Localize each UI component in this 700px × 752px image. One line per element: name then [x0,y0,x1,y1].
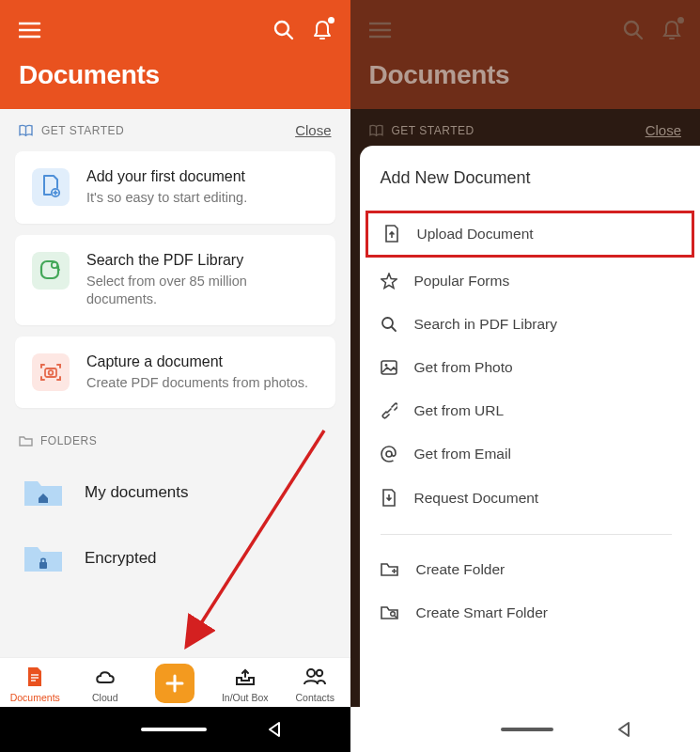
sheet-title: Add New Document [360,168,701,209]
nav-contacts[interactable]: Contacts [285,665,345,703]
svg-point-33 [384,364,387,367]
screen-add-new-document: Documents GET STARTED Close Add New Docu… [350,0,701,752]
cloud-icon [93,665,117,689]
folder-my-documents[interactable]: My documents [0,461,350,526]
sheet-item-label: Create Folder [416,561,506,578]
svg-point-22 [317,669,322,675]
sheet-item-label: Get from Email [414,446,511,462]
link-icon [381,402,397,419]
home-handle[interactable] [141,728,207,731]
card-search-library[interactable]: Search the PDF Library Select from over … [15,235,335,325]
nav-label: Documents [10,692,60,703]
sheet-item-label: Get from URL [414,402,505,419]
card-add-document[interactable]: Add your first document It's so easy to … [15,151,335,224]
smart-folder-icon [381,605,399,620]
get-started-label: GET STARTED [392,124,474,137]
folders-label: FOLDERS [40,434,97,447]
get-started-header: GET STARTED Close [0,109,350,151]
card-title: Add your first document [86,168,247,185]
screen-documents: Documents GET STARTED Close Add your fir… [0,0,350,752]
card-title: Search the PDF Library [86,252,319,269]
page-title-dimmed: Documents [369,60,682,90]
sheet-item-label: Create Smart Folder [416,604,548,621]
sheet-get-from-photo[interactable]: Get from Photo [360,346,701,389]
folder-outline-icon [19,435,33,447]
bell-icon [662,20,681,40]
card-subtitle: Create PDF documents from photos. [86,374,308,392]
contacts-icon [303,665,327,689]
card-title: Capture a document [86,353,308,370]
search-icon[interactable] [273,20,294,40]
sheet-create-smart-folder[interactable]: Create Smart Folder [360,591,701,634]
close-link[interactable]: Close [295,122,331,138]
svg-point-30 [382,318,393,328]
svg-point-21 [307,669,315,677]
star-icon [381,273,397,290]
menu-icon [369,22,392,39]
menu-icon[interactable] [19,22,41,39]
add-document-sheet: Add New Document Upload Document Popular… [360,146,701,752]
sheet-search-library[interactable]: Search in PDF Library [360,303,701,346]
upload-document-icon [383,225,400,243]
sheet-request-document[interactable]: Request Document [360,476,701,521]
nav-cloud[interactable]: Cloud [75,665,135,703]
search-library-icon [32,252,70,290]
nav-label: In/Out Box [222,692,269,703]
home-handle[interactable] [501,728,553,731]
system-nav-bar [350,707,701,752]
sheet-popular-forms[interactable]: Popular Forms [360,259,701,303]
svg-line-31 [392,327,396,331]
card-capture-document[interactable]: Capture a document Create PDF documents … [15,337,335,409]
nav-label: Cloud [92,692,117,703]
svg-point-37 [390,612,395,617]
sheet-create-folder[interactable]: Create Folder [360,548,701,591]
sheet-item-label: Get from Photo [414,359,513,376]
app-header-dimmed: Documents [350,0,701,109]
nav-label: Contacts [296,692,334,703]
sheet-get-from-url[interactable]: Get from URL [360,389,701,432]
sheet-upload-document[interactable]: Upload Document [366,211,695,258]
svg-line-28 [637,34,643,39]
plus-icon [155,664,194,703]
search-icon [381,316,397,333]
sheet-item-label: Request Document [414,490,539,507]
sheet-item-label: Search in PDF Library [414,316,557,333]
sheet-item-label: Popular Forms [414,273,510,290]
app-header: Documents [0,0,350,109]
request-document-icon [381,489,397,508]
folder-encrypted[interactable]: Encrypted [0,526,350,592]
svg-line-38 [395,616,397,618]
sheet-get-from-email[interactable]: Get from Email [360,432,701,476]
card-subtitle: Select from over 85 million documents. [86,273,319,308]
svg-line-4 [287,34,292,39]
book-icon [19,124,34,137]
folder-home-icon [23,476,64,509]
svg-point-34 [386,451,392,457]
system-nav-bar [0,707,350,752]
back-icon[interactable] [266,721,283,738]
tray-icon [234,665,257,689]
folder-lock-icon [23,541,64,575]
capture-icon [32,353,70,391]
bottom-nav: Documents Cloud In/Out Box Contacts [0,657,350,707]
close-link-dimmed: Close [646,122,681,138]
sheet-divider [381,534,672,535]
folder-label: Encrypted [85,549,157,568]
card-subtitle: It's so easy to start editing. [86,189,247,207]
photo-icon [381,360,397,375]
search-icon [623,20,644,40]
at-icon [381,446,397,462]
svg-rect-15 [39,562,47,569]
folders-header: FOLDERS [0,419,350,461]
book-icon [369,124,384,137]
document-filled-icon [25,665,44,689]
add-document-icon [32,168,70,206]
nav-inout[interactable]: In/Out Box [215,665,275,703]
nav-documents[interactable]: Documents [5,665,65,703]
bell-icon[interactable] [313,20,332,40]
folder-label: My documents [85,483,189,502]
get-started-label: GET STARTED [41,124,124,137]
sheet-item-label: Upload Document [417,226,534,243]
back-icon[interactable] [615,721,632,738]
nav-add-fab[interactable] [145,664,205,703]
